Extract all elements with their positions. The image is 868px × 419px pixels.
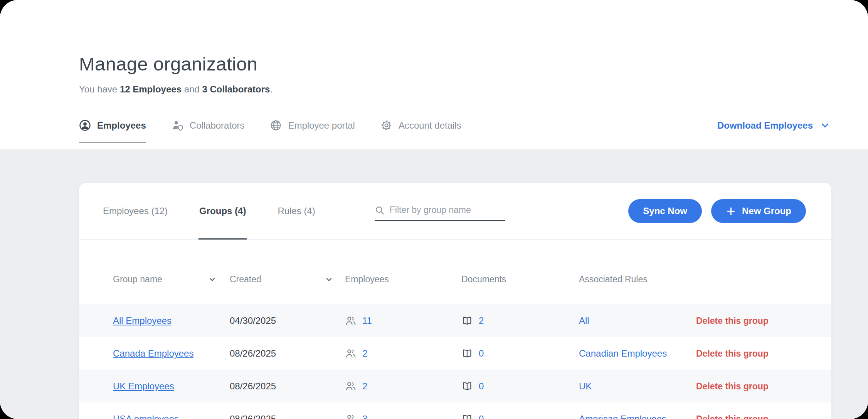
subtitle-text: . (270, 84, 273, 94)
card-actions: Sync Now New Group (628, 199, 806, 223)
download-employees-button[interactable]: Download Employees (717, 120, 830, 131)
column-header-label: Documents (461, 274, 579, 285)
group-filter-input[interactable] (390, 205, 505, 215)
group-name-link[interactable]: All Employees (113, 315, 172, 326)
table-body: All Employees 04/30/2025 11 2 (79, 304, 831, 419)
group-name-link[interactable]: UK Employees (113, 381, 174, 391)
employees-count-cell: 2 (345, 348, 461, 359)
page-subtitle: You have 12 Employees and 3 Collaborator… (79, 84, 830, 95)
table-header: Group name Created Employees Documents A… (79, 240, 831, 304)
plus-icon (726, 206, 736, 216)
tab-employee-portal[interactable]: Employee portal (270, 119, 355, 131)
tab-label: Collaborators (190, 120, 245, 131)
book-icon (461, 348, 473, 359)
groups-card: Employees (12) Groups (4) Rules (4) (79, 183, 831, 419)
associated-rule-link[interactable]: UK (579, 381, 592, 391)
app-window: Manage organization You have 12 Employee… (0, 0, 868, 419)
table-row: UK Employees 08/26/2025 2 0 UK (79, 370, 831, 402)
tab-rules-4[interactable]: Rules (4) (277, 183, 316, 239)
book-icon (461, 315, 473, 327)
documents-count[interactable]: 2 (479, 315, 484, 326)
new-group-button[interactable]: New Group (711, 199, 806, 223)
associated-rule-link[interactable]: Canadian Employees (579, 348, 667, 359)
search-icon (375, 205, 385, 215)
gear-icon (380, 119, 392, 131)
documents-count-cell: 0 (461, 380, 579, 392)
column-header-label: Associated Rules (579, 274, 696, 285)
people-icon (345, 348, 357, 359)
page-title: Manage organization (79, 53, 830, 75)
delete-group-link[interactable]: Delete this group (696, 349, 769, 359)
tab-label: Groups (4) (199, 206, 246, 216)
table-row: Canada Employees 08/26/2025 2 0 (79, 337, 831, 370)
associated-rule-link[interactable]: American Employees (579, 414, 666, 419)
chevron-down-icon (820, 120, 830, 131)
header-tabs: Employees Collaborators (79, 119, 461, 131)
tab-account-details[interactable]: Account details (380, 119, 461, 131)
subtitle-text: and (182, 84, 202, 94)
people-icon (345, 380, 357, 392)
column-header-label: Created (230, 274, 261, 285)
documents-count-cell: 0 (461, 413, 579, 419)
table-row: All Employees 04/30/2025 11 2 (79, 304, 831, 337)
group-name-link[interactable]: USA employees (113, 414, 179, 419)
employees-count-cell: 3 (345, 413, 461, 419)
employees-count-cell: 2 (345, 380, 461, 392)
created-date: 04/30/2025 (230, 315, 345, 326)
employees-count[interactable]: 11 (362, 315, 372, 326)
chevron-down-icon (208, 275, 216, 283)
chevron-down-icon (325, 275, 333, 283)
globe-icon (270, 119, 282, 131)
column-header-label: Employees (345, 274, 461, 285)
group-name-link[interactable]: Canada Employees (113, 348, 193, 359)
page-header: Manage organization You have 12 Employee… (0, 0, 868, 149)
tab-employees[interactable]: Employees (79, 119, 146, 131)
header-tabs-row: Employees Collaborators (79, 119, 830, 131)
new-group-label: New Group (742, 206, 791, 216)
tab-label: Rules (4) (278, 206, 315, 216)
employees-count[interactable]: 2 (362, 348, 367, 359)
download-employees-label: Download Employees (717, 120, 813, 131)
tab-collaborators[interactable]: Collaborators (172, 119, 245, 131)
book-icon (461, 380, 473, 392)
card-tabs: Employees (12) Groups (4) Rules (4) (102, 183, 316, 239)
tab-label: Employee portal (288, 120, 355, 131)
card-header: Employees (12) Groups (4) Rules (4) (79, 183, 831, 240)
documents-count[interactable]: 0 (479, 381, 484, 392)
delete-group-link[interactable]: Delete this group (696, 414, 769, 419)
created-date: 08/26/2025 (230, 348, 345, 359)
tab-label: Employees (12) (103, 206, 168, 216)
sync-now-button[interactable]: Sync Now (628, 199, 702, 223)
sync-now-label: Sync Now (643, 206, 687, 216)
documents-count[interactable]: 0 (479, 348, 484, 359)
person-circle-icon (79, 119, 91, 131)
collaborators-count: 3 Collaborators (202, 84, 270, 94)
sort-created[interactable]: Created (230, 274, 333, 285)
person-shield-icon (172, 119, 183, 131)
delete-group-link[interactable]: Delete this group (696, 381, 769, 391)
book-icon (461, 413, 473, 419)
column-header-label: Group name (113, 274, 162, 285)
documents-count-cell: 0 (461, 348, 579, 359)
subtitle-text: You have (79, 84, 120, 94)
documents-count[interactable]: 0 (479, 414, 484, 419)
tab-label: Employees (97, 120, 146, 131)
employees-count-cell: 11 (345, 315, 461, 327)
documents-count-cell: 2 (461, 315, 579, 327)
delete-group-link[interactable]: Delete this group (696, 316, 769, 326)
employees-count[interactable]: 2 (362, 381, 367, 392)
employees-count[interactable]: 3 (362, 414, 367, 419)
sort-group-name[interactable]: Group name (113, 274, 216, 285)
created-date: 08/26/2025 (230, 414, 345, 419)
tab-label: Account details (399, 120, 461, 131)
people-icon (345, 315, 357, 327)
group-filter (375, 205, 505, 221)
page-content: Employees (12) Groups (4) Rules (4) (0, 149, 868, 419)
associated-rule-link[interactable]: All (579, 315, 589, 326)
table-row: USA employees 08/26/2025 3 0 A (79, 402, 831, 419)
tab-employees-12[interactable]: Employees (12) (102, 183, 168, 239)
people-icon (345, 413, 357, 419)
created-date: 08/26/2025 (230, 381, 345, 392)
tab-groups-4[interactable]: Groups (4) (198, 183, 247, 239)
employees-count: 12 Employees (120, 84, 182, 94)
